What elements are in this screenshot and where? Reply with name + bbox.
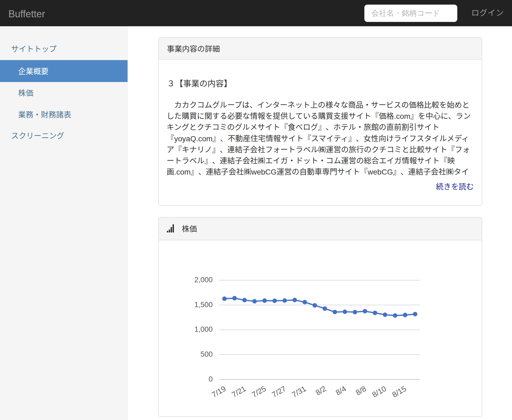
svg-text:7/19: 7/19 — [210, 384, 227, 399]
svg-text:7/25: 7/25 — [250, 384, 267, 399]
svg-text:1,000: 1,000 — [194, 325, 213, 333]
svg-text:500: 500 — [200, 350, 213, 358]
svg-text:1,500: 1,500 — [194, 301, 213, 309]
svg-text:8/4: 8/4 — [334, 384, 348, 397]
svg-text:0: 0 — [209, 375, 213, 383]
svg-text:2,000: 2,000 — [194, 276, 213, 284]
svg-text:7/21: 7/21 — [230, 384, 247, 399]
svg-text:8/15: 8/15 — [391, 384, 408, 399]
svg-text:8/8: 8/8 — [354, 384, 368, 397]
svg-text:7/31: 7/31 — [290, 384, 307, 399]
svg-text:8/10: 8/10 — [371, 384, 388, 399]
svg-text:8/2: 8/2 — [314, 384, 328, 397]
svg-text:7/27: 7/27 — [270, 384, 287, 399]
